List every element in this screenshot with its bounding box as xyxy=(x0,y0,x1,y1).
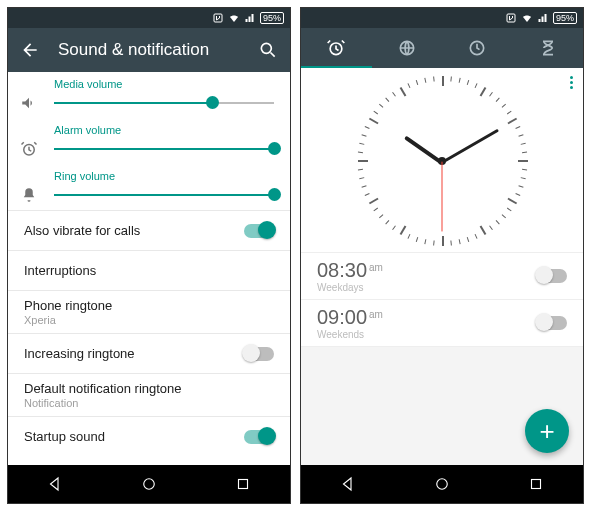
alarm-volume-slider[interactable] xyxy=(54,138,274,160)
startup-sound-item[interactable]: Startup sound xyxy=(8,416,290,456)
vibrate-for-calls-item[interactable]: Also vibrate for calls xyxy=(8,210,290,250)
alarm-days: Weekends xyxy=(317,329,537,340)
alarm-icon xyxy=(20,140,40,162)
signal-icon xyxy=(537,12,549,24)
ringtone-value: Xperia xyxy=(24,314,274,326)
signal-icon xyxy=(244,12,256,24)
interruptions-label: Interruptions xyxy=(24,263,274,278)
navigation-bar xyxy=(301,465,583,503)
nfc-icon xyxy=(212,12,224,24)
increasing-switch[interactable] xyxy=(244,347,274,361)
increasing-ringtone-item[interactable]: Increasing ringtone xyxy=(8,333,290,373)
ring-volume-slider[interactable] xyxy=(54,184,274,206)
ringtone-label: Phone ringtone xyxy=(24,298,274,313)
tab-stopwatch[interactable] xyxy=(442,28,513,68)
nav-recent-icon[interactable] xyxy=(527,475,545,493)
alarm-time: 09:00 xyxy=(317,306,367,328)
svg-rect-10 xyxy=(532,480,541,489)
alarm-ampm: am xyxy=(369,262,383,273)
search-icon[interactable] xyxy=(258,40,278,60)
vibrate-switch[interactable] xyxy=(244,224,274,238)
svg-rect-4 xyxy=(239,480,248,489)
nfc-icon xyxy=(505,12,517,24)
media-volume-row: Media volume xyxy=(8,72,290,118)
tab-timer[interactable] xyxy=(513,28,584,68)
alarm-switch[interactable] xyxy=(537,316,567,330)
media-volume-label: Media volume xyxy=(54,78,274,90)
default-notif-label: Default notification ringtone xyxy=(24,381,274,396)
default-notification-item[interactable]: Default notification ringtone Notificati… xyxy=(8,373,290,416)
media-volume-slider[interactable] xyxy=(54,92,274,114)
ring-volume-row: Ring volume xyxy=(8,164,290,210)
back-icon[interactable] xyxy=(20,40,40,60)
navigation-bar xyxy=(8,465,290,503)
svg-rect-5 xyxy=(507,14,515,22)
plus-icon: + xyxy=(539,416,554,447)
speaker-icon xyxy=(20,94,40,116)
battery-indicator: 95% xyxy=(553,12,577,24)
startup-label: Startup sound xyxy=(24,429,244,444)
page-title: Sound & notification xyxy=(58,40,240,60)
svg-point-3 xyxy=(144,479,155,490)
analog-clock-area xyxy=(301,68,583,252)
alarm-time: 08:30 xyxy=(317,259,367,281)
bell-icon xyxy=(20,186,40,208)
settings-content: Media volume Alarm volume Ring volume Al… xyxy=(8,72,290,465)
nav-recent-icon[interactable] xyxy=(234,475,252,493)
nav-back-icon[interactable] xyxy=(339,475,357,493)
alarm-row[interactable]: 08:30am Weekdays xyxy=(301,252,583,299)
battery-indicator: 95% xyxy=(260,12,284,24)
overflow-menu-icon[interactable] xyxy=(570,74,573,91)
interruptions-item[interactable]: Interruptions xyxy=(8,250,290,290)
tab-world-clock[interactable] xyxy=(372,28,443,68)
increasing-label: Increasing ringtone xyxy=(24,346,244,361)
svg-point-9 xyxy=(437,479,448,490)
alarm-ampm: am xyxy=(369,309,383,320)
clock-content: 08:30am Weekdays 09:00am Weekends + xyxy=(301,68,583,465)
wifi-icon xyxy=(521,12,533,24)
clock-empty-area: + xyxy=(301,346,583,465)
app-bar: Sound & notification xyxy=(8,28,290,72)
nav-home-icon[interactable] xyxy=(140,475,158,493)
alarm-switch[interactable] xyxy=(537,269,567,283)
wifi-icon xyxy=(228,12,240,24)
svg-rect-0 xyxy=(214,14,222,22)
ring-volume-label: Ring volume xyxy=(54,170,274,182)
startup-switch[interactable] xyxy=(244,430,274,444)
clock-screen: 95% 08:30am Weekdays 09:00am Weekends xyxy=(300,7,584,504)
status-bar: 95% xyxy=(8,8,290,28)
nav-back-icon[interactable] xyxy=(46,475,64,493)
tab-alarm[interactable] xyxy=(301,28,372,68)
alarm-volume-label: Alarm volume xyxy=(54,124,274,136)
alarm-row[interactable]: 09:00am Weekends xyxy=(301,299,583,346)
phone-ringtone-item[interactable]: Phone ringtone Xperia xyxy=(8,290,290,333)
default-notif-value: Notification xyxy=(24,397,274,409)
svg-point-1 xyxy=(261,43,271,53)
alarm-days: Weekdays xyxy=(317,282,537,293)
nav-home-icon[interactable] xyxy=(433,475,451,493)
vibrate-label: Also vibrate for calls xyxy=(24,223,244,238)
alarm-volume-row: Alarm volume xyxy=(8,118,290,164)
analog-clock xyxy=(357,76,527,246)
clock-tabs xyxy=(301,28,583,68)
status-bar: 95% xyxy=(301,8,583,28)
settings-screen: 95% Sound & notification Media volume Al… xyxy=(7,7,291,504)
add-alarm-fab[interactable]: + xyxy=(525,409,569,453)
